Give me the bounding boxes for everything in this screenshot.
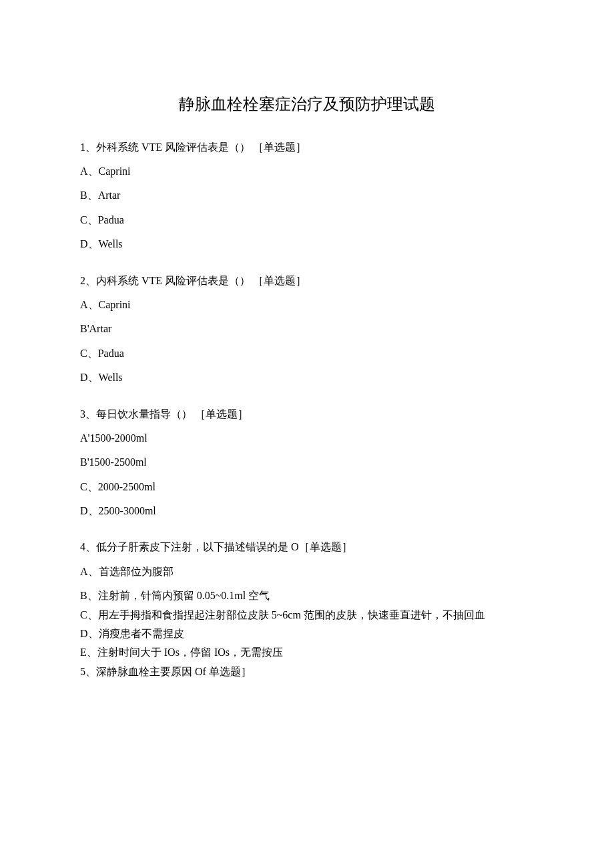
question-4-option-c: C、用左手拇指和食指捏起注射部位皮肤 5~6cm 范围的皮肤，快速垂直进针，不抽… — [80, 608, 534, 622]
question-2-option-b: B'Artar — [80, 322, 534, 336]
question-2-option-d: D、Wells — [80, 370, 534, 385]
question-3-option-b: B'1500-2500ml — [80, 455, 534, 470]
question-2-text: 2、内科系统 VTE 风险评估表是（） ［单选题］ — [80, 274, 534, 288]
question-3-text: 3、每日饮水量指导（） ［单选题］ — [80, 407, 534, 422]
question-4-option-d: D、消瘦患者不需捏皮 — [80, 626, 534, 641]
question-1-option-c: C、Padua — [80, 213, 534, 228]
question-1: 1、外科系统 VTE 风险评估表是（） ［单选题］ A、Caprini B、Ar… — [80, 140, 534, 252]
question-1-option-a: A、Caprini — [80, 164, 534, 179]
document-page: 静脉血栓栓塞症治疗及预防护理试题 1、外科系统 VTE 风险评估表是（） ［单选… — [0, 0, 614, 723]
question-4: 4、低分子肝素皮下注射，以下描述错误的是 O［单选题］ A、首选部位为腹部 B、… — [80, 540, 534, 660]
question-3-option-c: C、2000-2500ml — [80, 480, 534, 494]
question-1-option-d: D、Wells — [80, 237, 534, 252]
document-title: 静脉血栓栓塞症治疗及预防护理试题 — [80, 93, 534, 116]
question-3: 3、每日饮水量指导（） ［单选题］ A'1500-2000ml B'1500-2… — [80, 407, 534, 519]
question-4-option-a: A、首选部位为腹部 — [80, 564, 534, 579]
question-5-text: 5、深静脉血栓主要原因 Of 单选题］ — [80, 665, 534, 679]
question-4-option-b: B、注射前，针筒内预留 0.05~0.1ml 空气 — [80, 588, 534, 603]
question-2-option-a: A、Caprini — [80, 298, 534, 312]
question-4-text: 4、低分子肝素皮下注射，以下描述错误的是 O［单选题］ — [80, 540, 534, 554]
question-2: 2、内科系统 VTE 风险评估表是（） ［单选题］ A、Caprini B'Ar… — [80, 274, 534, 386]
question-3-option-d: D、2500-3000ml — [80, 504, 534, 518]
question-3-option-a: A'1500-2000ml — [80, 431, 534, 446]
question-1-text: 1、外科系统 VTE 风险评估表是（） ［单选题］ — [80, 140, 534, 155]
question-1-option-b: B、Artar — [80, 188, 534, 203]
question-2-option-c: C、Padua — [80, 346, 534, 361]
question-4-option-e: E、注射时间大于 IOs，停留 IOs，无需按压 — [80, 645, 534, 660]
